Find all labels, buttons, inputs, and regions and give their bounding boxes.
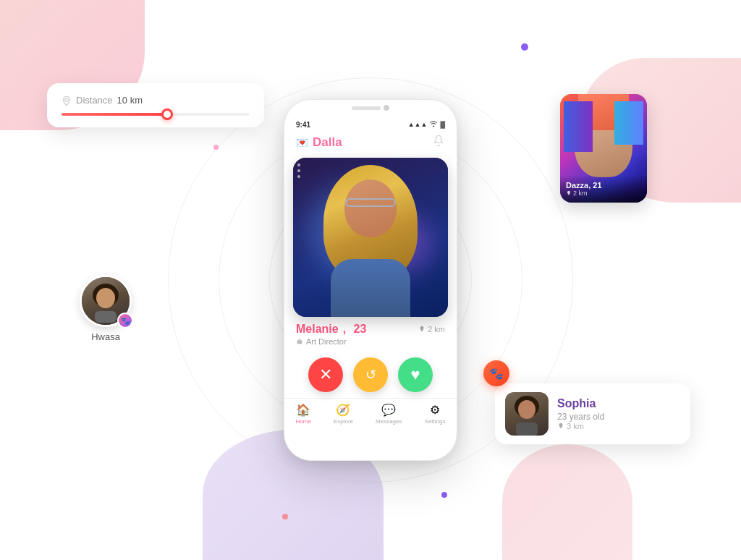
phone-mockup: 9:41 ▲▲▲ ▓ 💌 Dalla [284, 99, 457, 461]
rewind-button[interactable]: ↺ [353, 357, 388, 392]
svg-point-0 [65, 98, 69, 101]
settings-icon: ⚙ [430, 403, 440, 417]
decorative-dot-5 [282, 514, 288, 519]
orange-badge[interactable]: 🐾 [483, 360, 509, 386]
profile-name: Melanie, 23 [296, 323, 366, 336]
notification-bell-icon[interactable] [432, 135, 445, 150]
distance-slider-track[interactable] [62, 113, 250, 116]
dazza-name: Dazza, 21 [566, 181, 641, 190]
settings-label: Settings [425, 418, 446, 425]
title-icon: 💌 [296, 137, 308, 148]
svg-rect-7 [516, 423, 538, 436]
decorative-dot-1 [521, 43, 528, 51]
home-icon: 🏠 [296, 403, 310, 417]
home-label: Home [296, 418, 311, 425]
decorative-dot-3 [441, 492, 447, 498]
nav-home[interactable]: 🏠 Home [296, 403, 311, 425]
dazza-hair-right [614, 101, 643, 145]
card-name-row: Melanie, 23 2 km [296, 323, 445, 336]
sophia-avatar [505, 392, 549, 436]
phone-title: 💌 Dalla [296, 135, 342, 150]
nav-messages[interactable]: 💬 Messages [376, 403, 402, 425]
dazza-image: Dazza, 21 2 km [560, 94, 647, 203]
dazza-location-icon [566, 190, 572, 196]
svg-point-6 [518, 400, 535, 419]
svg-point-2 [96, 288, 115, 308]
status-icons: ▲▲▲ ▓ [408, 120, 445, 129]
nav-settings[interactable]: ⚙ Settings [425, 403, 446, 425]
face [344, 179, 397, 237]
distance-slider-thumb[interactable] [161, 109, 173, 120]
wifi-icon [429, 120, 438, 129]
sophia-avatar-image [505, 392, 549, 436]
sophia-distance: 3 km [557, 422, 680, 430]
messages-label: Messages [376, 418, 402, 425]
sophia-name: Sophia [557, 397, 680, 410]
card-info: Melanie, 23 2 km Art Director [284, 317, 457, 349]
profile-card[interactable] [293, 158, 448, 317]
svg-rect-4 [297, 340, 302, 344]
like-button[interactable]: ♥ [398, 357, 433, 392]
sophia-info: Sophia 23 years old 3 km [557, 397, 680, 430]
decorative-dot-4 [213, 145, 219, 150]
profile-job: Art Director [296, 337, 445, 346]
jacket [331, 259, 410, 317]
dot-3 [297, 175, 300, 178]
signal-icon: ▲▲▲ [408, 121, 428, 128]
bottom-nav: 🏠 Home 🧭 Explore 💬 Messages ⚙ Settings [284, 398, 457, 428]
app-title: Dalla [313, 135, 342, 150]
explore-icon: 🧭 [336, 403, 350, 417]
explore-label: Explore [334, 418, 353, 425]
distance-label: Distance 10 km [62, 95, 250, 106]
sophia-card[interactable]: Sophia 23 years old 3 km [495, 383, 690, 444]
phone-speaker [352, 106, 381, 110]
phone-header: 💌 Dalla [284, 132, 457, 158]
dazza-card[interactable]: Dazza, 21 2 km [560, 94, 647, 203]
hwasa-name: Hwasa [91, 331, 120, 342]
sophia-age: 23 years old [557, 412, 680, 422]
dot-1 [297, 164, 300, 166]
reject-button[interactable]: ✕ [308, 357, 343, 392]
svg-rect-3 [95, 311, 117, 323]
nav-explore[interactable]: 🧭 Explore [334, 403, 353, 425]
bg-blob-bottom-right [502, 444, 632, 560]
dazza-info: Dazza, 21 2 km [560, 175, 647, 203]
dot-2 [297, 169, 300, 172]
sophia-person-svg [509, 392, 545, 436]
hwasa-badge: 🐾 [117, 313, 133, 328]
status-time: 9:41 [296, 121, 310, 129]
location-small-icon [418, 326, 425, 333]
profile-distance: 2 km [418, 325, 445, 334]
phone-camera [384, 105, 389, 111]
sophia-location-icon [557, 423, 564, 430]
dazza-hair-left [564, 101, 593, 152]
battery-icon: ▓ [440, 121, 445, 128]
action-buttons: ✕ ↺ ♥ [284, 349, 457, 398]
distance-slider-fill [62, 113, 165, 116]
messages-icon: 💬 [381, 403, 396, 417]
briefcase-icon [296, 338, 303, 345]
glasses [345, 198, 396, 207]
hwasa-card: 🐾 Hwasa [80, 275, 132, 342]
phone-notch [334, 100, 407, 116]
location-icon [62, 96, 72, 106]
distance-card: Distance 10 km [47, 83, 264, 127]
dazza-distance: 2 km [566, 190, 641, 197]
profile-card-dots [297, 164, 300, 178]
